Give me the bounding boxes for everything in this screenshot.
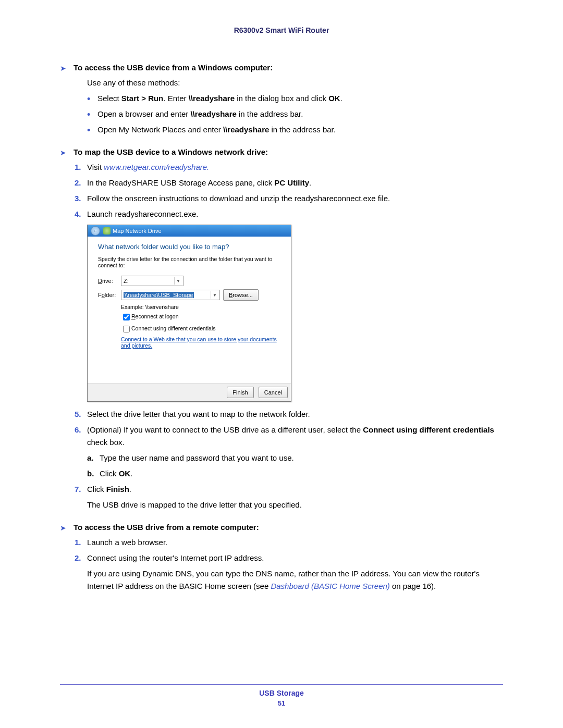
browse-button[interactable]: Browse... <box>223 289 259 301</box>
list-item: b. Click OK. <box>87 467 503 480</box>
dialog-title-text: Map Network Drive <box>113 228 162 234</box>
procedure-title: To access the USB drive from a remote co… <box>74 523 259 532</box>
dialog-titlebar: ← Map Network Drive <box>88 225 291 237</box>
step-note: If you are using Dynamic DNS, you can ty… <box>87 567 503 593</box>
drive-icon <box>103 227 111 235</box>
procedure-access-windows: ➤ To access the USB device from a Window… <box>60 63 503 136</box>
list-item: Open a browser and enter \\readyshare in… <box>87 108 503 120</box>
map-network-drive-dialog: ← Map Network Drive What network folder … <box>87 225 291 402</box>
chevron-down-icon: ▼ <box>174 277 182 285</box>
footer-section: USB Storage <box>259 689 304 697</box>
list-item: 1.Launch a web browser. <box>75 536 503 549</box>
arrow-icon: ➤ <box>60 524 74 532</box>
dialog-question: What network folder would you like to ma… <box>98 243 280 251</box>
dashboard-link[interactable]: Dashboard (BASIC Home Screen) <box>271 582 389 590</box>
arrow-icon: ➤ <box>60 149 74 157</box>
dialog-description: Specify the drive letter for the connect… <box>98 256 280 268</box>
drive-label: Drive: <box>98 278 121 284</box>
folder-combobox[interactable]: \\readyshare\USB_Storage▼ <box>121 290 220 300</box>
readyshare-link[interactable]: www.netgear.com/readyshare. <box>104 163 209 171</box>
procedure-remote-access: ➤ To access the USB drive from a remote … <box>60 523 503 593</box>
list-item: 2. In the ReadySHARE USB Storage Access … <box>75 177 503 189</box>
list-item: 6. (Optional) If you want to connect to … <box>75 424 503 480</box>
list-item: 4.Launch readyshareconnect.exe. <box>75 208 503 220</box>
chevron-down-icon: ▼ <box>211 291 218 299</box>
procedure-map-drive: ➤ To map the USB device to a Windows net… <box>60 147 503 511</box>
procedure-title: To map the USB device to a Windows netwo… <box>74 147 268 156</box>
page-header: R6300v2 Smart WiFi Router <box>60 26 503 34</box>
reconnect-checkbox[interactable]: Reconnect at logon <box>121 312 280 322</box>
page-footer: USB Storage 51 <box>60 684 503 707</box>
procedure-intro: Use any of these methods: <box>87 77 503 89</box>
list-item: 1. Visit www.netgear.com/readyshare. <box>75 161 503 174</box>
drive-dropdown[interactable]: Z:▼ <box>121 276 183 286</box>
different-credentials-checkbox[interactable]: Connect using different credentials <box>121 324 280 334</box>
arrow-icon: ➤ <box>60 64 74 72</box>
finish-button[interactable]: Finish <box>227 387 253 398</box>
page-number: 51 <box>60 699 503 707</box>
connect-website-link[interactable]: Connect to a Web site that you can use t… <box>121 336 280 349</box>
list-item: a.Type the user name and password that y… <box>87 452 503 464</box>
step-note: The USB drive is mapped to the drive let… <box>87 499 503 511</box>
cancel-button[interactable]: Cancel <box>259 387 288 398</box>
list-item: Open My Network Places and enter \\ready… <box>87 124 503 136</box>
back-icon[interactable]: ← <box>91 226 100 236</box>
list-item: 5.Select the drive letter that you want … <box>75 408 503 421</box>
list-item: 2.Connect using the router's Internet po… <box>75 552 503 593</box>
list-item: 7. Click Finish. The USB drive is mapped… <box>75 483 503 511</box>
list-item: Select Start > Run. Enter \\readyshare i… <box>87 92 503 105</box>
example-text: Example: \\server\share <box>121 304 280 310</box>
folder-label: Folder: <box>98 292 121 298</box>
procedure-title: To access the USB device from a Windows … <box>74 63 273 72</box>
list-item: 3.Follow the onscreen instructions to do… <box>75 192 503 205</box>
